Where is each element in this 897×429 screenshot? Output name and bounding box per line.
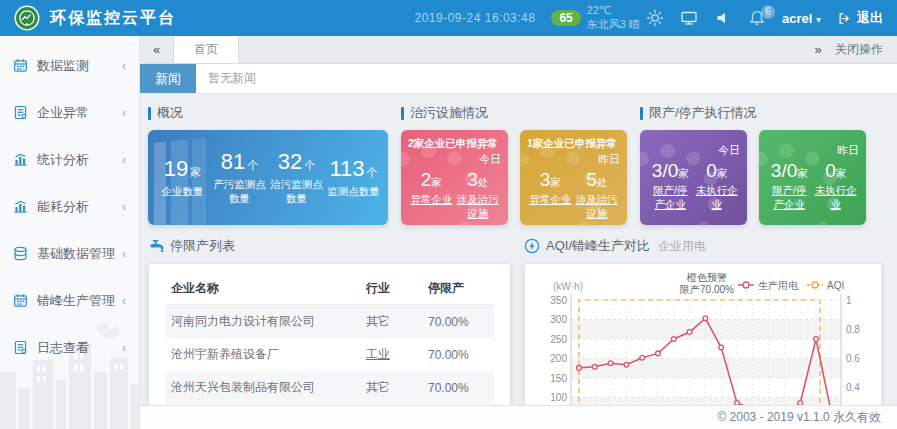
stat-label[interactable]: 涉及治污设施 — [455, 193, 500, 220]
faucet-icon — [148, 238, 164, 254]
sidebar: 数据监测 ‹ 企业异常 ‹ 统计分析 ‹ 能耗分析 ‹ 基础数据管理 ‹ 错峰生… — [0, 36, 140, 429]
aqi-production-chart: 35030025020015010010.80.60.40.2(kW·h)橙色预… — [524, 263, 882, 405]
overview-section: 概况 19家 企业数量 81个 产污监测点数量 32个 治污监测点数量 113个… — [148, 104, 388, 225]
stat-label[interactable]: 限产/停产企业 — [648, 184, 693, 211]
stat-unit: 家 — [836, 167, 847, 179]
sidebar-item-bar-chart[interactable]: 统计分析 ‹ — [0, 136, 139, 183]
sidebar-item-calendar[interactable]: 错峰生产管理 ‹ — [0, 277, 139, 324]
speaker-icon[interactable] — [714, 9, 732, 27]
stat-value: 19 — [164, 156, 188, 181]
logout-button[interactable]: 退出 — [837, 9, 883, 27]
user-menu[interactable]: acrel ▾ — [782, 11, 821, 26]
sidebar-item-database[interactable]: 基础数据管理 ‹ — [0, 230, 139, 277]
card-stat: 5处 涉及治污设施 — [574, 169, 619, 220]
news-label[interactable]: 新闻 — [140, 64, 196, 93]
restriction-list-title: 停限产列表 — [148, 237, 511, 255]
tab-home[interactable]: 首页 — [174, 36, 239, 63]
stat-value: 5 — [586, 169, 597, 190]
wind-condition: 东北风3 晴 — [587, 18, 640, 32]
weather-widget[interactable]: 65 22℃ 东北风3 晴 — [551, 4, 664, 32]
stat-unit: 家 — [190, 166, 201, 178]
card-stat: 0家 未执行企业 — [694, 160, 739, 211]
stat-value: 113 — [329, 156, 364, 181]
sidebar-item-calendar[interactable]: 数据监测 ‹ — [0, 42, 139, 89]
news-bar: 新闻 暂无新闻 — [140, 64, 897, 94]
calendar-icon — [13, 293, 28, 308]
stat-unit: 家 — [431, 176, 442, 188]
stat-label[interactable]: 涉及治污设施 — [574, 193, 619, 220]
page-title: 环保监控云平台 — [50, 8, 176, 29]
datetime: 2019-09-24 16:03:48 — [414, 11, 535, 25]
sidebar-item-document[interactable]: 日志查看 ‹ — [0, 324, 139, 371]
bolt-circle-icon — [524, 238, 540, 254]
stat-unit: 个 — [247, 159, 258, 171]
stat-unit: 个 — [367, 166, 378, 178]
sidebar-item-label: 日志查看 — [37, 339, 89, 357]
stat-value: 2 — [421, 169, 432, 190]
stat-unit: 处 — [597, 176, 608, 188]
tabs-scroll-right-button[interactable]: » — [801, 42, 835, 57]
username: acrel — [782, 11, 812, 26]
restriction-ratio: 70.00% — [422, 371, 494, 404]
dashboard-content: 概况 19家 企业数量 81个 产污监测点数量 32个 治污监测点数量 113个… — [140, 94, 897, 405]
company-name: 河南同力电力设计有限公司 — [165, 305, 360, 339]
stat-value: 3/0 — [652, 160, 678, 181]
card-period: 今日 — [647, 143, 740, 158]
sun-icon — [646, 9, 664, 27]
tabs-scroll-left-button[interactable]: « — [140, 36, 174, 63]
svg-text:200: 200 — [550, 353, 567, 364]
stat-label[interactable]: 异常企业 — [528, 193, 573, 207]
table-header-cell: 行业 — [360, 272, 422, 305]
stat-value: 3/0 — [771, 160, 797, 181]
stat-value: 3 — [540, 169, 551, 190]
svg-text:生产用电: 生产用电 — [758, 280, 799, 291]
restriction-card: 今日 3/0家 限产/停产企业 0家 未执行企业 — [640, 130, 747, 225]
temperature: 22℃ — [587, 4, 640, 18]
sidebar-item-label: 基础数据管理 — [37, 245, 115, 263]
sidebar-item-bar-chart[interactable]: 能耗分析 ‹ — [0, 183, 139, 230]
card-period: 昨日 — [766, 143, 859, 158]
notification-count-badge: 6 — [761, 5, 775, 19]
title-accent-bar — [640, 107, 643, 120]
sidebar-item-document[interactable]: 企业异常 ‹ — [0, 89, 139, 136]
stat-label[interactable]: 限产/停产企业 — [767, 184, 812, 211]
card-headline: 2家企业已申报异常 — [408, 137, 501, 151]
display-icon[interactable] — [680, 9, 698, 27]
svg-text:100: 100 — [550, 392, 567, 403]
chevron-left-icon: ‹ — [122, 106, 126, 120]
title-accent-bar — [148, 107, 151, 120]
table-header-cell: 企业名称 — [165, 272, 360, 305]
svg-text:300: 300 — [550, 314, 567, 325]
industry[interactable]: 工业 — [360, 338, 422, 371]
restriction-table: 企业名称行业停限产 河南同力电力设计有限公司 其它 70.00% 沧州宇新养殖设… — [165, 272, 494, 404]
stat-label[interactable]: 未执行企业 — [813, 184, 858, 211]
table-row: 沧州天兴包装制品有限公司 其它 70.00% — [165, 371, 494, 404]
calendar-icon — [13, 58, 28, 73]
chevron-down-icon: ▾ — [816, 14, 821, 25]
industry: 其它 — [360, 371, 422, 404]
chevron-left-icon: ‹ — [122, 153, 126, 167]
stat-label[interactable]: 未执行企业 — [694, 184, 739, 211]
restriction-card: 昨日 3/0家 限产/停产企业 0家 未执行企业 — [759, 130, 866, 225]
stat-value: 81 — [221, 149, 245, 174]
pollution-card: 2家企业已申报异常 今日 2家 异常企业 3处 涉及治污设施 — [401, 130, 508, 225]
notifications-button[interactable]: 6 — [748, 9, 766, 27]
app-window: 环保监控云平台 2019-09-24 16:03:48 65 22℃ 东北风3 … — [0, 0, 897, 429]
card-stat: 2家 异常企业 — [409, 169, 454, 220]
table-row: 河南同力电力设计有限公司 其它 70.00% — [165, 305, 494, 339]
aqi-chart-section: AQI/错峰生产对比 企业用电 35030025020015010010.80.… — [524, 237, 882, 405]
table-header-cell: 停限产 — [422, 272, 494, 305]
company-name: 沧州天兴包装制品有限公司 — [165, 371, 360, 404]
card-period: 昨日 — [527, 152, 620, 167]
document-icon — [13, 340, 28, 355]
overview-stats-card: 19家 企业数量 81个 产污监测点数量 32个 治污监测点数量 113个 监测… — [148, 130, 388, 225]
tab-bar: « 首页 » 关闭操作 — [140, 36, 897, 64]
aqi-badge: 65 — [551, 10, 580, 26]
chart-subtitle: 企业用电 — [658, 238, 706, 255]
app-logo-icon — [14, 5, 40, 31]
close-operations-menu[interactable]: 关闭操作 — [835, 41, 897, 58]
stat-label: 企业数量 — [154, 185, 211, 199]
card-headline: 1家企业已申报异常 — [527, 137, 620, 151]
stat-label[interactable]: 异常企业 — [409, 193, 454, 207]
logout-label: 退出 — [857, 9, 883, 27]
